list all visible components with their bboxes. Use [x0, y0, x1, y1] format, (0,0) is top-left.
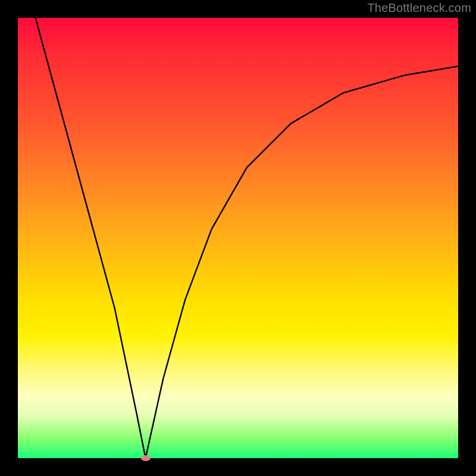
- curve-path: [36, 18, 458, 458]
- watermark-label: TheBottleneck.com: [367, 1, 471, 15]
- curve-svg: [18, 18, 458, 458]
- plot-area: [18, 18, 458, 458]
- chart-frame: TheBottleneck.com: [0, 0, 476, 476]
- trough-marker: [141, 455, 151, 461]
